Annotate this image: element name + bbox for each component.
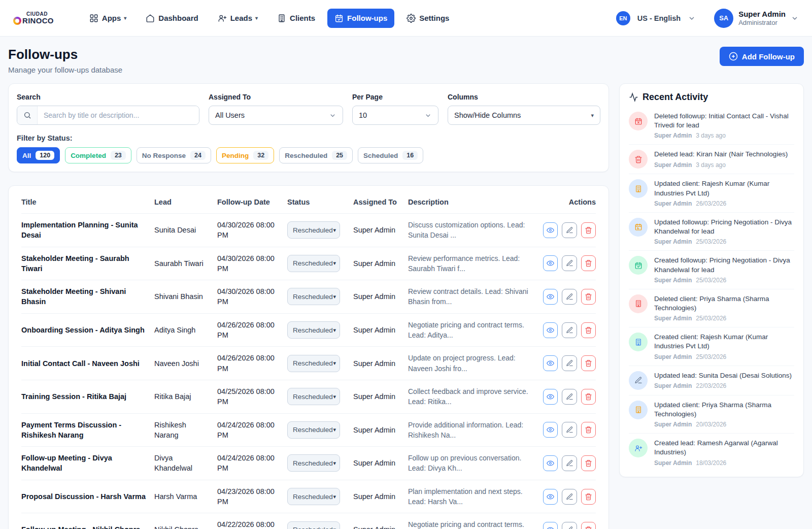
status-select[interactable]: Rescheduled	[287, 221, 340, 239]
edit-button[interactable]	[562, 322, 577, 338]
nav-item-apps[interactable]: Apps▾	[82, 9, 134, 28]
delete-button[interactable]	[581, 489, 596, 505]
edit-button[interactable]	[562, 289, 577, 305]
activity-user: Super Admin	[654, 459, 692, 467]
nav-item-follow-ups[interactable]: Follow-ups	[327, 9, 394, 28]
status-chip-scheduled[interactable]: Scheduled16	[358, 147, 423, 163]
activity-item[interactable]: Deleted followup: Initial Contact Call -…	[629, 107, 794, 145]
recent-activity-panel: Recent Activity Deleted followup: Initia…	[619, 83, 804, 477]
cell-title: Follow-up Meeting - Nikhil Chopra	[21, 524, 148, 529]
activity-item[interactable]: Created followup: Pricing Negotiation - …	[629, 251, 794, 289]
brand-logo[interactable]: CIUDAD RINOCO	[13, 12, 54, 25]
per-page-select[interactable]: 10	[352, 106, 438, 125]
delete-button[interactable]	[581, 389, 596, 405]
activity-text: Updated lead: Sunita Desai (Desai Soluti…	[654, 371, 794, 380]
status-select[interactable]: Rescheduled	[287, 421, 340, 439]
eye-icon	[547, 293, 554, 301]
activity-item[interactable]: Created lead: Ramesh Agarwal (Agarwal In…	[629, 434, 794, 471]
view-button[interactable]	[543, 389, 558, 405]
delete-button[interactable]	[581, 322, 596, 338]
delete-button[interactable]	[581, 222, 596, 238]
nav-item-clients[interactable]: Clients	[270, 9, 322, 28]
cell-assigned: Super Admin	[353, 524, 402, 529]
pencil-icon	[566, 226, 573, 234]
nav-item-settings[interactable]: Settings	[399, 9, 456, 28]
view-button[interactable]	[543, 422, 558, 438]
activity-item[interactable]: Updated followup: Pricing Negotiation - …	[629, 213, 794, 251]
columns-dropdown[interactable]: Show/Hide Columns	[448, 106, 600, 125]
language-selector-label[interactable]: US - English	[637, 14, 681, 22]
delete-button[interactable]	[581, 289, 596, 305]
status-select[interactable]: Rescheduled	[287, 255, 340, 272]
status-select[interactable]: Rescheduled	[287, 488, 340, 505]
status-chip-no-response[interactable]: No Response24	[137, 147, 211, 163]
view-button[interactable]	[543, 355, 558, 371]
status-chip-count: 16	[402, 151, 418, 160]
trash-icon	[585, 493, 592, 501]
trash-icon	[585, 393, 592, 401]
delete-button[interactable]	[581, 522, 596, 529]
main-nav: Apps▾DashboardLeads▾ClientsFollow-upsSet…	[82, 9, 457, 28]
activity-item[interactable]: Deleted lead: Kiran Nair (Nair Technolog…	[629, 145, 794, 174]
status-chip-pending[interactable]: Pending32	[216, 147, 274, 163]
view-button[interactable]	[543, 489, 558, 505]
status-select[interactable]: Rescheduled	[287, 454, 340, 472]
cell-lead: Divya Khandelwal	[154, 453, 211, 474]
view-button[interactable]	[543, 255, 558, 271]
activity-user: Super Admin	[654, 132, 692, 139]
status-chip-rescheduled[interactable]: Rescheduled25	[279, 147, 353, 163]
status-select[interactable]: Rescheduled	[287, 388, 340, 405]
edit-button[interactable]	[562, 389, 577, 405]
delete-button[interactable]	[581, 355, 596, 371]
activity-item[interactable]: Updated client: Priya Sharma (Sharma Tec…	[629, 395, 794, 434]
view-button[interactable]	[543, 522, 558, 529]
chevron-down-icon[interactable]	[688, 14, 696, 22]
activity-list: Deleted followup: Initial Contact Call -…	[629, 107, 794, 472]
delete-button[interactable]	[581, 422, 596, 438]
edit-button[interactable]	[562, 222, 577, 238]
delete-button[interactable]	[581, 455, 596, 471]
table-row: Implementation Planning - Sunita DesaiSu…	[21, 213, 596, 247]
status-select[interactable]: Rescheduled	[287, 321, 340, 339]
activity-item[interactable]: Created client: Rajesh Kumar (Kumar Indu…	[629, 327, 794, 366]
activity-time: 18/03/2026	[696, 459, 726, 467]
status-chip-completed[interactable]: Completed23	[65, 147, 131, 163]
cell-description: Review performance metrics. Lead: Saurab…	[408, 253, 537, 274]
pencil-icon	[566, 259, 573, 267]
status-select[interactable]: Rescheduled	[287, 521, 340, 529]
edit-button[interactable]	[562, 422, 577, 438]
table-row: Training Session - Ritika BajajRitika Ba…	[21, 380, 596, 413]
column-header: Description	[408, 198, 537, 206]
eye-icon	[547, 493, 554, 501]
activity-item[interactable]: Updated lead: Sunita Desai (Desai Soluti…	[629, 366, 794, 395]
edit-button[interactable]	[562, 255, 577, 271]
status-select[interactable]: Rescheduled	[287, 288, 340, 305]
pencil-icon	[566, 293, 573, 301]
assigned-to-select[interactable]: All Users	[209, 106, 343, 125]
status-chip-all[interactable]: All120	[17, 147, 60, 163]
table-row: Proposal Discussion - Harsh VarmaHarsh V…	[21, 480, 596, 513]
edit-button[interactable]	[562, 455, 577, 471]
nav-item-dashboard[interactable]: Dashboard	[139, 9, 205, 28]
edit-button[interactable]	[562, 489, 577, 505]
activity-text: Created client: Rajesh Kumar (Kumar Indu…	[654, 333, 794, 351]
view-button[interactable]	[543, 289, 558, 305]
delete-button[interactable]	[581, 255, 596, 271]
status-chip-count: 23	[111, 151, 126, 160]
activity-item[interactable]: Deleted client: Priya Sharma (Sharma Tec…	[629, 289, 794, 327]
view-button[interactable]	[543, 455, 558, 471]
activity-item[interactable]: Updated client: Rajesh Kumar (Kumar Indu…	[629, 174, 794, 212]
column-header: Assigned To	[353, 198, 402, 206]
view-button[interactable]	[543, 222, 558, 238]
add-follow-up-button[interactable]: Add Follow-up	[720, 47, 804, 66]
view-button[interactable]	[543, 322, 558, 338]
user-menu[interactable]: SA Super Admin Administrator	[714, 9, 799, 28]
status-select[interactable]: Rescheduled	[287, 355, 340, 372]
table-row: Initial Contact Call - Naveen JoshiNavee…	[21, 346, 596, 380]
edit-button[interactable]	[562, 522, 577, 529]
edit-button[interactable]	[562, 355, 577, 371]
nav-item-leads[interactable]: Leads▾	[211, 9, 265, 28]
assigned-to-label: Assigned To	[209, 93, 343, 101]
activity-user: Super Admin	[654, 421, 692, 428]
search-input[interactable]	[38, 106, 199, 124]
